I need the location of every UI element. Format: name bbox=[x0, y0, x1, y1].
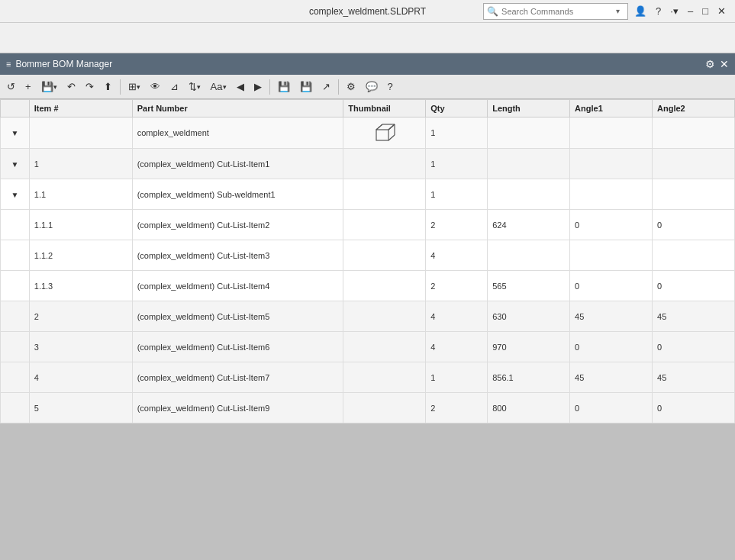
col-header-thumbnail[interactable]: Thumbnail bbox=[343, 100, 426, 117]
expand-arrow-icon[interactable]: ▼ bbox=[11, 191, 18, 199]
item-number-cell: 1.1 bbox=[29, 179, 132, 210]
comment-button[interactable]: 💬 bbox=[362, 78, 382, 96]
help-button[interactable]: ? bbox=[653, 4, 664, 18]
expand-cell[interactable]: ▼ bbox=[1, 117, 30, 149]
table-row[interactable]: ▼1(complex_weldment) Cut-List-Item11 bbox=[1, 149, 735, 179]
qty-cell: 1 bbox=[426, 179, 488, 210]
svg-line-5 bbox=[388, 135, 395, 140]
item-number-cell: 1.1.2 bbox=[29, 240, 132, 271]
expand-cell[interactable]: ▼ bbox=[1, 179, 30, 210]
expand-arrow-icon[interactable]: ▼ bbox=[11, 129, 18, 137]
table-row[interactable]: 4(complex_weldment) Cut-List-Item71856.1… bbox=[1, 362, 735, 393]
table-row[interactable]: 1.1.2(complex_weldment) Cut-List-Item34 bbox=[1, 240, 735, 271]
arrow-left-button[interactable]: ◀ bbox=[233, 78, 248, 96]
thumbnail-cell bbox=[343, 210, 426, 240]
thumbnail-cell bbox=[343, 149, 426, 179]
thumbnail-cell bbox=[343, 332, 426, 362]
table-row[interactable]: 1.1.3(complex_weldment) Cut-List-Item425… bbox=[1, 271, 735, 301]
close-button[interactable]: ✕ bbox=[714, 4, 729, 18]
col-header-qty[interactable]: Qty bbox=[426, 100, 488, 117]
item-number-cell: 1.1.3 bbox=[29, 271, 132, 301]
expand-cell bbox=[1, 362, 30, 393]
save-dropdown-button[interactable]: 💾▾ bbox=[37, 78, 61, 96]
user-button[interactable]: 👤 bbox=[631, 4, 650, 18]
table-row[interactable]: 3(complex_weldment) Cut-List-Item6497000 bbox=[1, 332, 735, 362]
panel-close-button[interactable]: ✕ bbox=[720, 58, 729, 70]
table-row[interactable]: 1.1.1(complex_weldment) Cut-List-Item226… bbox=[1, 210, 735, 240]
item-number-cell: 1.1.1 bbox=[29, 210, 132, 240]
search-input[interactable] bbox=[501, 7, 616, 16]
qty-cell: 4 bbox=[426, 301, 488, 332]
bom-table: Item # Part Number Thumbnail Qty Length … bbox=[0, 99, 735, 423]
bom-scroll-area[interactable]: Item # Part Number Thumbnail Qty Length … bbox=[0, 99, 735, 560]
title-bar: complex_weldment.SLDPRT 🔍 ▾ 👤 ? ·▾ – □ ✕ bbox=[0, 0, 735, 23]
expand-cell[interactable]: ▼ bbox=[1, 149, 30, 179]
angle2-cell: 0 bbox=[653, 332, 735, 362]
part-number-cell[interactable]: complex_weldment bbox=[132, 117, 343, 149]
thumbnail-cell bbox=[343, 179, 426, 210]
col-header-length[interactable]: Length bbox=[488, 100, 570, 117]
table-config-button[interactable]: ⊞▾ bbox=[124, 78, 144, 96]
part-number-cell[interactable]: (complex_weldment) Cut-List-Item5 bbox=[132, 301, 343, 332]
angle2-cell: 45 bbox=[653, 362, 735, 393]
table-row[interactable]: 5(complex_weldment) Cut-List-Item9280000 bbox=[1, 393, 735, 423]
help-bom-button[interactable]: ? bbox=[384, 78, 397, 96]
maximize-button[interactable]: □ bbox=[699, 4, 711, 18]
part-number-cell[interactable]: (complex_weldment) Cut-List-Item7 bbox=[132, 362, 343, 393]
panel-settings-button[interactable]: ⚙ bbox=[705, 58, 715, 70]
sort-button[interactable]: ⇅▾ bbox=[185, 78, 205, 96]
qty-cell: 2 bbox=[426, 210, 488, 240]
filter-button[interactable]: ⊿ bbox=[166, 78, 182, 96]
save2-button[interactable]: 💾 bbox=[296, 78, 316, 96]
col-header-partnum[interactable]: Part Number bbox=[132, 100, 343, 117]
refresh-button[interactable]: ↺ bbox=[3, 78, 19, 96]
settings-dropdown[interactable]: ·▾ bbox=[667, 4, 682, 18]
angle2-cell: 0 bbox=[653, 271, 735, 301]
panel-expand-icon[interactable]: ≡ bbox=[6, 60, 11, 69]
col-header-angle1[interactable]: Angle1 bbox=[570, 100, 653, 117]
item-number-cell: 2 bbox=[29, 301, 132, 332]
search-dropdown-icon[interactable]: ▾ bbox=[616, 7, 620, 15]
length-cell: 630 bbox=[488, 301, 570, 332]
font-button[interactable]: Aa▾ bbox=[207, 78, 230, 96]
divider-2 bbox=[269, 79, 270, 95]
qty-cell: 2 bbox=[426, 393, 488, 423]
part-number-cell[interactable]: (complex_weldment) Cut-List-Item4 bbox=[132, 271, 343, 301]
angle2-cell: 0 bbox=[653, 393, 735, 423]
part-number-cell[interactable]: (complex_weldment) Cut-List-Item3 bbox=[132, 240, 343, 271]
config-button[interactable]: ⚙ bbox=[343, 78, 359, 96]
undo-button[interactable]: ↶ bbox=[63, 78, 79, 96]
part-number-cell[interactable]: (complex_weldment) Cut-List-Item6 bbox=[132, 332, 343, 362]
item-number-cell: 3 bbox=[29, 332, 132, 362]
part-number-cell[interactable]: (complex_weldment) Cut-List-Item2 bbox=[132, 210, 343, 240]
bom-panel: ≡ Bommer BOM Manager ⚙ ✕ ↺ + 💾▾ ↶ ↷ ⬆ ⊞▾… bbox=[0, 53, 735, 560]
angle1-cell bbox=[570, 117, 653, 149]
expand-cell bbox=[1, 240, 30, 271]
view-button[interactable]: 👁 bbox=[147, 78, 164, 96]
search-box[interactable]: 🔍 ▾ bbox=[483, 3, 628, 20]
table-row[interactable]: ▼1.1(complex_weldment) Sub-weldment11 bbox=[1, 179, 735, 210]
arrow-right-button[interactable]: ▶ bbox=[250, 78, 266, 96]
part-number-cell[interactable]: (complex_weldment) Cut-List-Item1 bbox=[132, 149, 343, 179]
angle1-cell: 0 bbox=[570, 210, 653, 240]
table-row[interactable]: 2(complex_weldment) Cut-List-Item5463045… bbox=[1, 301, 735, 332]
part-number-cell[interactable]: (complex_weldment) Sub-weldment1 bbox=[132, 179, 343, 210]
item-number-cell bbox=[29, 117, 132, 149]
thumbnail-cell bbox=[343, 362, 426, 393]
expand-arrow-icon[interactable]: ▼ bbox=[11, 160, 18, 169]
expand-cell bbox=[1, 210, 30, 240]
redo-button[interactable]: ↷ bbox=[82, 78, 98, 96]
minimize-button[interactable]: – bbox=[685, 4, 696, 18]
export-button[interactable]: ↗ bbox=[318, 78, 334, 96]
col-header-angle2[interactable]: Angle2 bbox=[653, 100, 735, 117]
part-number-cell[interactable]: (complex_weldment) Cut-List-Item9 bbox=[132, 393, 343, 423]
length-cell bbox=[488, 149, 570, 179]
save1-button[interactable]: 💾 bbox=[274, 78, 294, 96]
import-button[interactable]: ⬆ bbox=[100, 78, 116, 96]
qty-cell: 1 bbox=[426, 117, 488, 149]
table-row[interactable]: ▼complex_weldment 1 bbox=[1, 117, 735, 149]
add-button[interactable]: + bbox=[21, 78, 35, 96]
angle1-cell bbox=[570, 149, 653, 179]
col-header-item[interactable]: Item # bbox=[29, 100, 132, 117]
panel-title: Bommer BOM Manager bbox=[15, 59, 112, 69]
